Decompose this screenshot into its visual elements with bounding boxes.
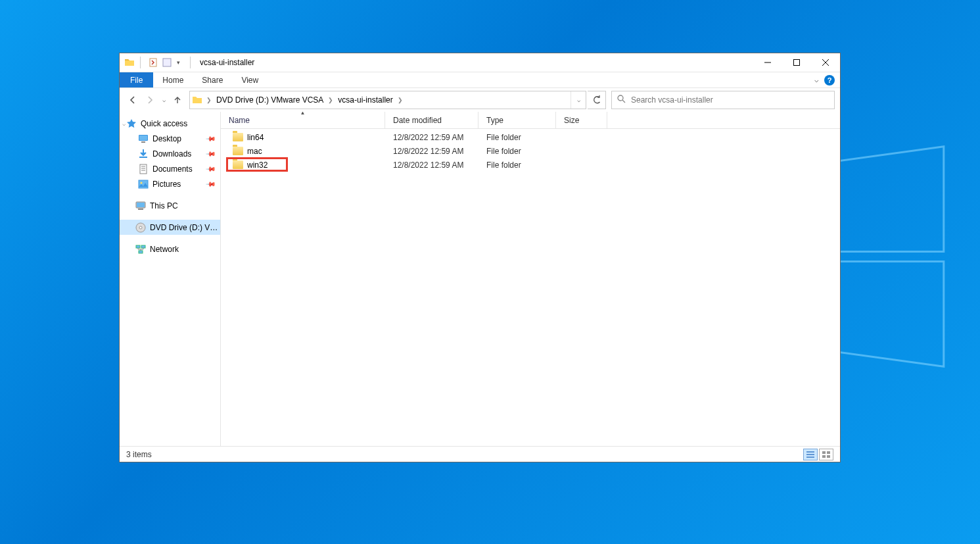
ribbon-collapse-icon[interactable]: ⌵ xyxy=(814,76,819,84)
svg-rect-12 xyxy=(137,203,145,207)
column-type[interactable]: Type xyxy=(478,112,556,128)
svg-rect-20 xyxy=(827,451,830,454)
navpane-pictures[interactable]: Pictures 📌 xyxy=(120,176,220,191)
folder-icon xyxy=(233,133,243,141)
quick-access-toolbar: ▾ xyxy=(146,57,185,68)
close-button[interactable] xyxy=(811,53,840,72)
this-pc-icon xyxy=(135,201,146,211)
column-headers: Name ▲ Date modified Type Size xyxy=(221,112,840,129)
file-date: 12/8/2022 12:59 AM xyxy=(385,161,478,170)
pictures-icon xyxy=(138,179,149,189)
address-folder-icon xyxy=(190,95,204,105)
column-size[interactable]: Size xyxy=(556,112,607,128)
file-name-label: lin64 xyxy=(247,133,264,142)
svg-rect-19 xyxy=(822,451,826,454)
content-area: Name ▲ Date modified Type Size lin6412/8… xyxy=(221,112,840,446)
file-list[interactable]: lin6412/8/2022 12:59 AMFile foldermac12/… xyxy=(221,129,840,446)
ribbon: File Home Share View ⌵ ? xyxy=(120,72,840,88)
folder-icon xyxy=(233,147,243,155)
pin-icon: 📌 xyxy=(206,163,216,174)
help-icon[interactable]: ? xyxy=(824,75,835,86)
breadcrumb-sep-2[interactable]: ❯ xyxy=(396,97,405,103)
sort-indicator-icon: ▲ xyxy=(300,112,306,116)
navigation-pane: ⌵ Quick access Desktop 📌 xyxy=(120,112,221,446)
maximize-button[interactable] xyxy=(782,53,811,72)
minimize-button[interactable] xyxy=(753,53,782,72)
file-type: File folder xyxy=(478,147,556,156)
svg-rect-2 xyxy=(794,60,800,66)
status-text: 3 items xyxy=(126,450,152,459)
expand-icon[interactable]: ⌵ xyxy=(122,120,126,127)
file-type: File folder xyxy=(478,161,556,170)
qat-dropdown-icon[interactable]: ▾ xyxy=(175,59,182,66)
window-title: vcsa-ui-installer xyxy=(200,58,254,67)
svg-rect-22 xyxy=(827,455,830,458)
ribbon-tab-file[interactable]: File xyxy=(120,72,153,87)
navpane-downloads[interactable]: Downloads 📌 xyxy=(120,146,220,161)
downloads-icon xyxy=(138,149,149,159)
qat-newfolder-icon[interactable] xyxy=(162,57,172,68)
column-name[interactable]: Name ▲ xyxy=(221,112,385,128)
quick-access-icon xyxy=(126,118,137,129)
window-folder-icon xyxy=(124,57,135,68)
file-row-win32[interactable]: win3212/8/2022 12:59 AMFile folder xyxy=(221,158,840,172)
explorer-window: ▾ vcsa-ui-installer File Home Share View… xyxy=(119,53,841,462)
dvd-icon xyxy=(135,222,146,233)
qat-properties-icon[interactable] xyxy=(149,57,159,68)
svg-rect-7 xyxy=(139,157,147,158)
navpane-quick-access[interactable]: ⌵ Quick access xyxy=(120,116,220,131)
svg-point-15 xyxy=(139,226,142,229)
navigation-bar: ⌵ ❯ DVD Drive (D:) VMware VCSA ❯ vcsa-ui… xyxy=(120,88,840,112)
network-icon xyxy=(135,244,146,255)
svg-rect-6 xyxy=(141,141,145,143)
nav-forward-button[interactable] xyxy=(142,92,158,108)
svg-rect-8 xyxy=(140,164,147,174)
file-name-label: win32 xyxy=(247,161,268,170)
svg-rect-9 xyxy=(139,180,148,188)
ribbon-tab-share[interactable]: Share xyxy=(193,72,232,87)
svg-rect-1 xyxy=(163,59,171,66)
nav-recent-dropdown[interactable]: ⌵ xyxy=(159,92,168,108)
pin-icon: 📌 xyxy=(206,148,216,159)
file-row-mac[interactable]: mac12/8/2022 12:59 AMFile folder xyxy=(221,144,840,158)
folder-icon xyxy=(233,161,243,169)
file-row-lin64[interactable]: lin6412/8/2022 12:59 AMFile folder xyxy=(221,130,840,144)
address-bar[interactable]: ❯ DVD Drive (D:) VMware VCSA ❯ vcsa-ui-i… xyxy=(189,91,586,109)
pin-icon: 📌 xyxy=(206,133,216,143)
ribbon-tab-view[interactable]: View xyxy=(232,72,268,87)
file-date: 12/8/2022 12:59 AM xyxy=(385,133,478,142)
svg-point-10 xyxy=(141,182,143,184)
column-date[interactable]: Date modified xyxy=(385,112,478,128)
status-bar: 3 items xyxy=(120,446,840,462)
ribbon-tab-home[interactable]: Home xyxy=(153,72,193,87)
view-large-icons-button[interactable] xyxy=(819,449,833,460)
navpane-network[interactable]: Network xyxy=(120,241,220,257)
breadcrumb-root-sep[interactable]: ❯ xyxy=(204,97,214,103)
refresh-button[interactable] xyxy=(588,91,606,109)
pin-icon: 📌 xyxy=(206,178,216,189)
nav-up-button[interactable] xyxy=(170,92,185,108)
breadcrumb-sep-1[interactable]: ❯ xyxy=(326,97,335,103)
breadcrumb-dvd[interactable]: DVD Drive (D:) VMware VCSA xyxy=(214,95,326,105)
svg-rect-16 xyxy=(136,245,140,248)
navpane-this-pc[interactable]: This PC xyxy=(120,198,220,213)
navpane-documents[interactable]: Documents 📌 xyxy=(120,161,220,176)
svg-rect-18 xyxy=(139,251,143,253)
desktop-icon xyxy=(138,134,149,144)
nav-back-button[interactable] xyxy=(125,92,141,108)
search-input[interactable] xyxy=(631,95,829,105)
svg-rect-21 xyxy=(822,455,826,458)
navpane-desktop[interactable]: Desktop 📌 xyxy=(120,131,220,146)
file-name-label: mac xyxy=(247,147,262,156)
search-icon xyxy=(617,95,626,105)
breadcrumb-current[interactable]: vcsa-ui-installer xyxy=(335,95,395,105)
view-details-button[interactable] xyxy=(803,449,818,460)
svg-rect-5 xyxy=(139,136,147,140)
svg-rect-17 xyxy=(141,245,145,248)
svg-point-3 xyxy=(618,95,623,101)
navpane-dvd-drive[interactable]: DVD Drive (D:) VMwa xyxy=(120,220,220,235)
svg-rect-13 xyxy=(138,209,143,210)
address-history-dropdown[interactable]: ⌵ xyxy=(571,91,586,109)
search-box[interactable] xyxy=(611,91,835,109)
file-type: File folder xyxy=(478,133,556,142)
